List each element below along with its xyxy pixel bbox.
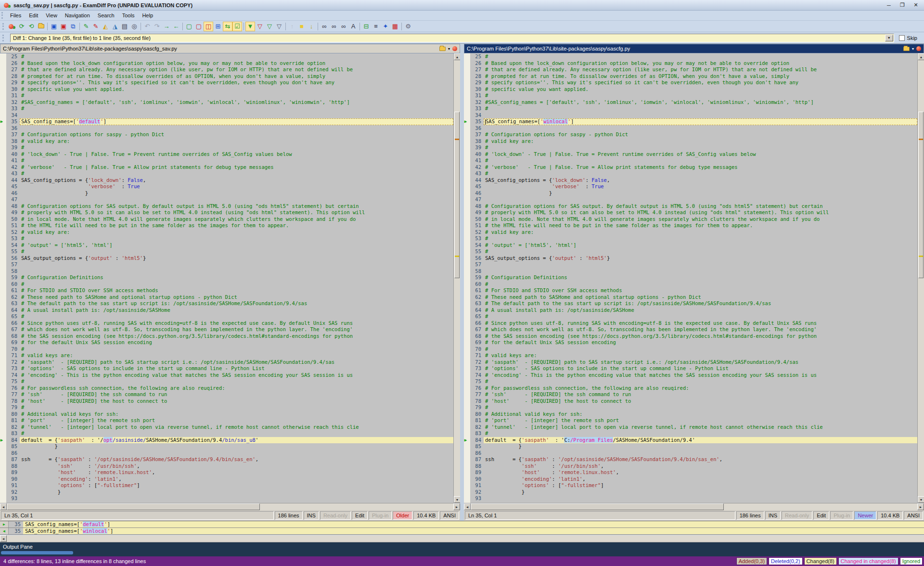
close-button[interactable]: ✕ — [910, 1, 922, 9]
code-line[interactable]: 72# 'saspath' - [REQUIRED] path to SAS s… — [0, 359, 453, 366]
html-report-icon[interactable]: ◮ — [110, 22, 120, 31]
find-next-icon[interactable]: ∞ — [329, 22, 339, 31]
code-line[interactable]: 56SAS_output_options = {'output' : 'html… — [0, 255, 453, 262]
code-line[interactable]: 53# — [0, 235, 453, 242]
open-second-file-icon[interactable] — [903, 47, 910, 51]
code-line[interactable]: 31# — [464, 92, 917, 99]
first-compare-icon[interactable] — [452, 46, 457, 51]
diff-detail-row[interactable]: ▶35SAS_config_names=['default'] — [0, 521, 924, 528]
code-line[interactable]: 29# specify options=''. This way it's sp… — [464, 79, 917, 86]
code-line[interactable]: 40# 'lock_down' - True | False. True = P… — [0, 151, 453, 158]
prev-diff-icon[interactable]: ↑ — [287, 22, 297, 31]
code-line[interactable]: 43# — [0, 170, 453, 177]
code-line[interactable]: 82# 'tunnel' - [integer] local port to o… — [464, 424, 917, 431]
diff-mark[interactable] — [455, 139, 459, 140]
code-line[interactable]: 58 — [0, 268, 453, 275]
code-line[interactable]: 70# — [0, 346, 453, 353]
toolbar-grip[interactable] — [2, 23, 5, 30]
code-line[interactable]: 73# 'options' - SAS options to include i… — [464, 365, 917, 372]
copy-to-right-icon[interactable]: → — [162, 22, 171, 31]
scroll-down-icon[interactable]: ▼ — [918, 496, 924, 503]
code-line[interactable]: 43# — [464, 170, 917, 177]
code-line[interactable]: 67# which does not work well as utf-8. S… — [464, 326, 917, 333]
output-pane-scroll-thumb[interactable] — [1, 551, 73, 554]
filter-all-icon[interactable]: ▼ — [245, 22, 255, 31]
scroll-down-icon[interactable]: ▼ — [454, 496, 460, 503]
code-line[interactable]: 49# properly with HTML 5.0 so it can als… — [0, 209, 453, 216]
code-line[interactable]: 30# specific value you want applied. — [464, 86, 917, 93]
redo-icon[interactable]: ↷ — [152, 22, 162, 31]
next-diff-icon[interactable]: ↓ — [307, 22, 316, 31]
code-line[interactable]: 54# 'output' = ['html5', 'html'] — [0, 242, 453, 249]
code-line[interactable]: 52# valid key are: — [0, 229, 453, 236]
code-line[interactable]: 34 — [0, 112, 453, 119]
code-line[interactable]: 77# 'ssh' - [REQUIRED] the ssh command t… — [0, 391, 453, 398]
second-compare-icon[interactable] — [916, 46, 921, 51]
scroll-right-icon[interactable]: ► — [917, 503, 924, 510]
code-line[interactable]: 62# These need path to SASHome and optio… — [464, 294, 917, 301]
code-line[interactable]: 93 — [464, 495, 917, 502]
code-line[interactable]: 59# Configuration Definitions — [464, 274, 917, 281]
scroll-left-icon[interactable]: ◄ — [0, 503, 7, 510]
code-line[interactable]: 32#SAS_config_names = ['default', 'ssh',… — [464, 99, 917, 106]
code-line[interactable]: 92 } — [464, 489, 917, 496]
diff-mark[interactable] — [919, 256, 923, 257]
code-line[interactable]: 34 — [464, 112, 917, 119]
recompare-file-icon[interactable]: ⟲ — [26, 22, 36, 31]
code-line[interactable]: 25# — [464, 53, 917, 60]
code-line[interactable]: 71# valid keys are: — [464, 352, 917, 359]
code-line[interactable]: 46 } — [464, 190, 917, 197]
code-line[interactable]: 64# A usual install path is: /opt/sasins… — [0, 307, 453, 314]
save-diff-report-icon[interactable]: ◭ — [101, 22, 110, 31]
scroll-thumb[interactable] — [471, 503, 724, 510]
undo-icon[interactable]: ↶ — [142, 22, 152, 31]
scroll-left-icon[interactable]: ◄ — [464, 503, 471, 510]
plugins-icon[interactable]: ✦ — [381, 22, 390, 31]
code-line[interactable]: 39# — [464, 144, 917, 151]
auto-recompare-icon[interactable]: ☑ — [232, 22, 242, 31]
code-line[interactable]: 79# — [464, 404, 917, 411]
code-line[interactable]: 72# 'saspath' - [REQUIRED] path to SAS s… — [464, 359, 917, 366]
menu-edit[interactable]: Edit — [25, 11, 42, 20]
first-horizontal-scrollbar[interactable]: ◄ ► — [0, 503, 460, 510]
code-line[interactable]: 90 'encoding': 'latin1', — [464, 476, 917, 483]
code-line[interactable]: 60# — [464, 281, 917, 288]
scroll-right-icon[interactable]: ► — [453, 503, 460, 510]
code-line[interactable]: 28# prompted for at run time. To dissall… — [464, 73, 917, 80]
code-line[interactable]: 56SAS_output_options = {'output' : 'html… — [464, 255, 917, 262]
line-numbers-icon[interactable]: ≡ — [371, 22, 381, 31]
code-line[interactable]: 41# — [0, 157, 453, 164]
code-line[interactable]: 65# — [0, 313, 453, 320]
code-line[interactable]: 57 — [0, 261, 453, 268]
code-line[interactable]: 86 — [464, 450, 917, 457]
menu-files[interactable]: Files — [6, 11, 25, 20]
code-line[interactable]: 38# valid key are: — [0, 138, 453, 145]
settings-icon[interactable]: ⚙ — [403, 22, 413, 31]
code-line[interactable]: 25# — [0, 53, 453, 60]
code-line[interactable]: 69# for the default Unix SAS session enc… — [0, 339, 453, 346]
filter-changed-icon[interactable]: ▽ — [274, 22, 284, 31]
open-files-icon[interactable] — [36, 22, 46, 31]
code-line[interactable]: 81# 'port' - [integer] the remote ssh po… — [464, 417, 917, 424]
scroll-thumb[interactable] — [7, 503, 260, 510]
second-file-dropdown-icon[interactable]: ▾ — [912, 47, 914, 51]
scroll-thumb[interactable] — [918, 112, 924, 278]
open-first-file-icon[interactable] — [439, 47, 446, 51]
code-line[interactable]: 91 'options' : ["-fullstimer"] — [464, 482, 917, 489]
code-line[interactable]: 55# — [0, 248, 453, 255]
code-line[interactable]: 89 'host' : 'remote.linux.host', — [464, 469, 917, 476]
code-line[interactable]: 74# 'encoding' - This is the python enco… — [464, 372, 917, 379]
code-line[interactable]: 80# Additional valid keys for ssh: — [464, 411, 917, 418]
diff-detail-row[interactable]: ◀35SAS_config_names=['winlocal'] — [0, 528, 924, 535]
code-line[interactable]: 69# for the default Unix SAS session enc… — [464, 339, 917, 346]
menu-help[interactable]: Help — [138, 11, 157, 20]
code-line[interactable]: 73# 'options' - SAS options to include i… — [0, 365, 453, 372]
save-all-icon[interactable]: ⧉ — [68, 22, 78, 31]
code-line[interactable]: 91 'options' : ["-fullstimer"] — [0, 482, 453, 489]
print-preview-icon[interactable]: ◎ — [129, 22, 139, 31]
code-line[interactable]: 39# — [0, 144, 453, 151]
code-line[interactable]: 44SAS_config_options = {'lock_down': Fal… — [464, 177, 917, 184]
edit-report-icon[interactable]: ▦ — [390, 22, 400, 31]
maximize-button[interactable]: ❐ — [896, 1, 909, 9]
code-line[interactable]: 41# — [464, 157, 917, 164]
